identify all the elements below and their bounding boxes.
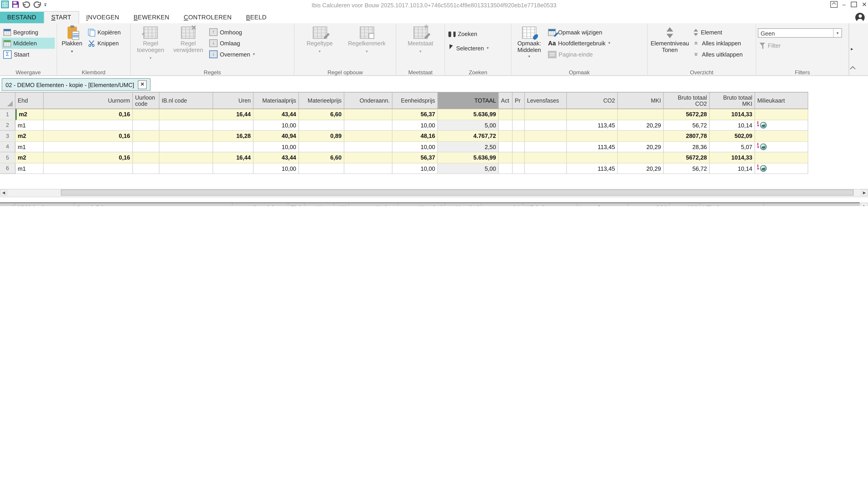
cell-pr[interactable] [513,163,525,174]
omhoog-button[interactable]: ↑Omhoog [208,27,256,38]
scroll-up-icon[interactable]: ▲ [860,203,867,206]
column-header-eenheidsprijs[interactable]: Eenheidsprijs [393,93,438,108]
cell-milieukaart[interactable] [755,152,808,163]
cell-milieukaart[interactable] [755,141,808,152]
cell-act[interactable] [499,152,513,163]
cell-pr[interactable] [513,131,525,141]
column-header-milieukaart[interactable]: Milieukaart [700,203,764,206]
select-all-corner-icon[interactable] [7,101,13,106]
scroll-left-icon[interactable]: ◀ [0,189,7,195]
close-icon[interactable]: ✕ [862,2,867,7]
cell-uren[interactable]: 16,44 [213,152,253,163]
row-number[interactable]: 4 [0,141,15,152]
selecteren-button[interactable]: Selecteren▾ [447,43,490,54]
cell-totaal[interactable]: 5,00 [438,163,499,174]
cell-uurloon-code[interactable] [133,163,160,174]
alles-inklappen-button[interactable]: «Alles inklappen [692,38,744,49]
plakken-button[interactable]: Plakken ▾ [59,25,85,55]
column-header-materieel[interactable]: Materieel [445,203,482,206]
tab-start[interactable]: START [44,11,79,23]
filter-dropdown[interactable]: Geen ▾ [758,28,842,38]
cell-levensfases[interactable] [525,163,567,174]
cell-bruto-totaal-co2[interactable]: 56,72 [664,120,710,131]
cell-materiaalprijs[interactable]: 40,94 [253,131,299,141]
column-header-oa[interactable]: OA [482,203,523,206]
cell-co2[interactable]: 113,45 [567,120,618,131]
cell-uren[interactable] [213,141,253,152]
cell-ibnl-code[interactable] [160,120,213,131]
column-header-omschrijving[interactable]: Omschrijving [74,203,232,206]
column-header-materiaalprijs[interactable]: Materiaalprijs [253,93,299,108]
cell-mki[interactable]: 20,29 [618,120,664,131]
column-header-norm[interactable]: Norm [305,203,334,206]
regel-verwijderen-button[interactable]: ✕ Regel verwijderen [170,25,206,53]
cell-co2[interactable] [567,109,618,120]
tab-controleren[interactable]: CONTROLEREN [176,12,239,23]
cell-materieelprijs[interactable]: 0,89 [299,131,344,141]
cell-levensfases[interactable] [525,131,567,141]
column-header-ehd[interactable]: Ehd [288,203,305,206]
element-button[interactable]: Element [692,27,744,38]
cell-milieukaart[interactable] [755,163,808,174]
elementniveau-tonen-button[interactable]: Elementniveau Tonen [649,25,690,53]
cell-mki[interactable] [618,109,664,120]
cell-bruto-totaal-mki[interactable]: 1014,33 [710,109,755,120]
column-header-uurloon-code[interactable]: Uurloon code [133,93,160,108]
milieukaart-globe-icon[interactable] [757,121,767,129]
cell-totaal[interactable]: 5.636,99 [438,109,499,120]
cell-bruto-totaal-mki[interactable]: 5,07 [710,141,755,152]
tab-invoegen[interactable]: INVOEGEN [79,12,127,23]
cell-ehd[interactable]: m1 [15,141,44,152]
meetstaat-button[interactable]: ★ Meetstaat ▾ [401,25,440,55]
cell-mki[interactable] [618,152,664,163]
collapse-ribbon-icon[interactable] [850,66,856,72]
cell-bruto-totaal-co2[interactable]: 56,72 [664,163,710,174]
account-icon[interactable] [855,13,865,22]
cell-milieukaart[interactable] [755,131,808,141]
cell-materiaalprijs[interactable]: 43,44 [253,109,299,120]
tab-bewerken[interactable]: BEWERKEN [127,12,176,23]
regeltype-button[interactable]: Regeltype ▾ [302,25,338,55]
cell-onderaann[interactable] [344,141,393,152]
cell-uurnorm[interactable]: 0,16 [44,152,133,163]
cell-onderaann[interactable] [344,120,393,131]
cell-uurloon-code[interactable] [133,109,160,120]
kopieren-button[interactable]: Kopiëren [86,27,122,38]
overnemen-button[interactable]: ↓Overnemen▾ [208,49,256,60]
cell-mki[interactable] [618,131,664,141]
cell-onderaann[interactable] [344,163,393,174]
cell-bruto-totaal-co2[interactable]: 5672,28 [664,152,710,163]
column-header-levensfases[interactable]: Levensfases [578,203,628,206]
opmaak-wijzigen-button[interactable]: Opmaak wijzigen [546,27,612,38]
cell-materieelprijs[interactable]: 6,60 [299,109,344,120]
column-header-uren[interactable]: Uren [213,93,253,108]
cell-bruto-totaal-co2[interactable]: 5672,28 [664,109,710,120]
cell-materieelprijs[interactable] [299,120,344,131]
cell-uurloon-code[interactable] [133,131,160,141]
cell-totaal[interactable]: 2,50 [438,141,499,152]
row-number[interactable]: 1 [0,109,15,120]
milieukaart-globe-icon[interactable] [757,164,767,172]
cell-co2[interactable] [567,152,618,163]
cell-uurnorm[interactable] [44,141,133,152]
document-tab[interactable]: 02 - DEMO Elementen - kopie - [Elementen… [2,78,151,91]
cell-mki[interactable]: 20,29 [618,141,664,152]
cell-eenheidsprijs[interactable]: 10,00 [393,120,438,131]
cell-bruto-totaal-mki[interactable]: 10,14 [710,163,755,174]
row-number[interactable]: 2 [0,120,15,131]
regelkenmerk-button[interactable]: Regelkenmerk ▾ [345,25,388,55]
cell-levensfases[interactable] [525,109,567,120]
cell-pr[interactable] [513,141,525,152]
column-header-materiaal[interactable]: Materiaal [398,203,445,206]
cell-bruto-totaal-mki[interactable]: 502,09 [710,131,755,141]
row-number[interactable]: 3 [0,131,15,141]
filter-button[interactable]: Filter [758,40,847,51]
alles-uitklappen-button[interactable]: »Alles uitklappen [692,49,744,60]
middelen-button[interactable]: Middelen [2,38,55,49]
cell-pr[interactable] [513,109,525,120]
cell-materieelprijs[interactable]: 6,60 [299,152,344,163]
select-all-corner-icon[interactable] [8,205,13,206]
filter-dropdown-caret-icon[interactable]: ▾ [833,29,841,37]
cell-ehd[interactable]: m2 [15,131,44,141]
cell-bruto-totaal-co2[interactable]: 28,36 [664,141,710,152]
